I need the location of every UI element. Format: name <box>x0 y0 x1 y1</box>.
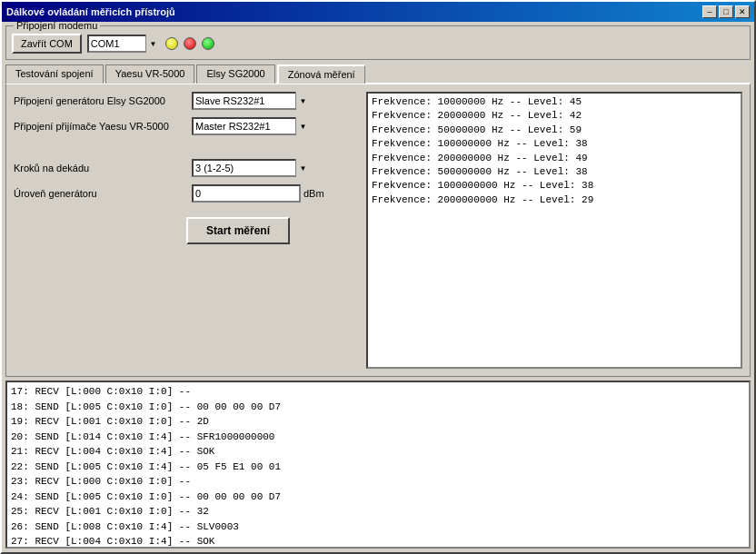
freq-log-line: Frekvence: 2000000000 Hz -- Level: 29 <box>372 193 737 207</box>
tab-yaesu[interactable]: Yaesu VR-5000 <box>105 64 195 84</box>
start-mereni-button[interactable]: Start měření <box>186 217 290 244</box>
uroven-input[interactable] <box>192 184 301 203</box>
freq-log-line: Frekvence: 100000000 Hz -- Level: 38 <box>372 137 737 151</box>
freq-log-line: Frekvence: 20000000 Hz -- Level: 42 <box>372 109 737 123</box>
prijimac-combo-wrapper: Master RS232#1 Master RS232#2 Slave RS23… <box>192 117 310 135</box>
generator-label: Připojení generátoru Elsy SG2000 <box>14 95 186 106</box>
uroven-label: Úroveň generátoru <box>14 188 186 199</box>
tab-zonova[interactable]: Zónová měření <box>277 64 365 84</box>
com-port-select[interactable]: COM1 COM2 COM3 COM4 <box>87 35 160 53</box>
uroven-row: Úroveň generátoru dBm <box>14 184 359 203</box>
generator-select[interactable]: Slave RS232#1 Slave RS232#2 Master RS232… <box>192 92 310 110</box>
freq-log-line: Frekvence: 1000000000 Hz -- Level: 38 <box>372 179 737 193</box>
spacer1 <box>14 143 359 152</box>
bottom-log-line: 24: SEND [L:005 C:0x10 I:0] -- 00 00 00 … <box>11 490 745 505</box>
led-yellow <box>165 37 178 50</box>
tab-content-zonova: Připojení generátoru Elsy SG2000 Slave R… <box>5 83 751 377</box>
restore-button[interactable]: □ <box>719 5 733 18</box>
generator-combo-wrapper: Slave RS232#1 Slave RS232#2 Master RS232… <box>192 92 310 110</box>
tab-elsy[interactable]: Elsy SG2000 <box>196 64 274 84</box>
led-red <box>184 37 196 50</box>
freq-log-line: Frekvence: 200000000 Hz -- Level: 49 <box>372 152 737 165</box>
generator-row: Připojení generátoru Elsy SG2000 Slave R… <box>14 92 359 110</box>
bottom-log-line: 19: RECV [L:001 C:0x10 I:0] -- 2D <box>11 414 745 430</box>
freq-log-line: Frekvence: 10000000 Hz -- Level: 45 <box>372 95 737 109</box>
minimize-button[interactable]: – <box>702 5 717 18</box>
prijimac-select[interactable]: Master RS232#1 Master RS232#2 Slave RS23… <box>192 117 310 135</box>
bottom-log-line: 17: RECV [L:000 C:0x10 I:0] -- <box>11 384 745 400</box>
bottom-log-line: 25: RECV [L:001 C:0x10 I:0] -- 32 <box>11 504 745 519</box>
close-com-button[interactable]: Zavřít COM <box>12 34 82 54</box>
uroven-input-group: dBm <box>192 184 324 203</box>
kroky-label: Kroků na dekádu <box>14 163 186 173</box>
freq-log-line: Frekvence: 500000000 Hz -- Level: 38 <box>372 165 737 179</box>
freq-log-line: Frekvence: 50000000 Hz -- Level: 59 <box>372 124 737 137</box>
window-content: Připojení modemu Zavřít COM COM1 COM2 CO… <box>2 22 754 552</box>
kroky-row: Kroků na dekádu 3 (1-2-5) 5 10 ▼ <box>14 159 359 177</box>
led-green <box>202 37 214 50</box>
tab-testovani[interactable]: Testování spojení <box>5 64 104 84</box>
start-btn-container: Start měření <box>14 210 359 244</box>
prijimac-label: Připojení přijímače Yaesu VR-5000 <box>14 121 186 132</box>
bottom-log-line: 21: RECV [L:004 C:0x10 I:4] -- SOK <box>11 444 745 460</box>
bottom-log-line: 26: SEND [L:008 C:0x10 I:4] -- SLV0003 <box>11 519 745 535</box>
tabs-container: Testování spojení Yaesu VR-5000 Elsy SG2… <box>5 64 751 377</box>
bottom-log-line: 23: RECV [L:000 C:0x10 I:0] -- <box>11 474 745 490</box>
kroky-select[interactable]: 3 (1-2-5) 5 10 <box>192 159 310 177</box>
close-button[interactable]: ✕ <box>735 5 750 18</box>
title-bar-controls: – □ ✕ <box>702 5 750 18</box>
prijimac-row: Připojení přijímače Yaesu VR-5000 Master… <box>14 117 359 135</box>
frequency-log: Frekvence: 10000000 Hz -- Level: 45Frekv… <box>366 92 742 369</box>
bottom-log-line: 20: SEND [L:014 C:0x10 I:4] -- SFR100000… <box>11 430 745 445</box>
kroky-combo-wrapper: 3 (1-2-5) 5 10 ▼ <box>192 159 310 177</box>
tab-bar: Testování spojení Yaesu VR-5000 Elsy SG2… <box>5 64 751 84</box>
modem-groupbox: Připojení modemu Zavřít COM COM1 COM2 CO… <box>5 25 751 60</box>
modem-row: Zavřít COM COM1 COM2 COM3 COM4 ▼ <box>12 34 744 54</box>
bottom-log-line: 18: SEND [L:005 C:0x10 I:0] -- 00 00 00 … <box>11 400 745 415</box>
title-bar: Dálkové ovládání měřicích přístrojů – □ … <box>2 2 754 22</box>
com-port-wrapper: COM1 COM2 COM3 COM4 ▼ <box>87 35 160 53</box>
main-window: Dálkové ovládání měřicích přístrojů – □ … <box>0 0 756 554</box>
bottom-log: 17: RECV [L:000 C:0x10 I:0] --18: SEND [… <box>5 381 751 549</box>
bottom-log-line: 22: SEND [L:005 C:0x10 I:4] -- 05 F5 E1 … <box>11 460 745 475</box>
modem-group-label: Připojení modemu <box>14 22 100 31</box>
window-title: Dálkové ovládání měřicích přístrojů <box>6 6 175 17</box>
bottom-log-line: 27: RECV [L:004 C:0x10 I:4] -- SOK <box>11 534 745 549</box>
tab-left-panel: Připojení generátoru Elsy SG2000 Slave R… <box>14 92 359 369</box>
uroven-unit: dBm <box>303 188 324 199</box>
